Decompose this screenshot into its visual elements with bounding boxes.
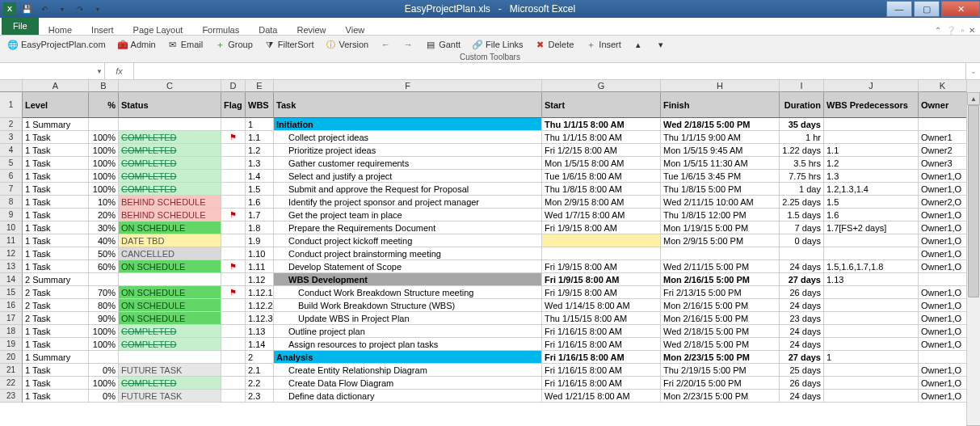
insert-down-button[interactable]: ▾: [653, 37, 669, 52]
cell-start[interactable]: Tue 1/6/15 8:00 AM: [542, 170, 661, 183]
header-duration[interactable]: Duration: [780, 92, 824, 118]
ribbon-minimize-icon[interactable]: ⌃: [935, 26, 941, 35]
cell-wbs[interactable]: 1.2: [246, 144, 274, 157]
cell-wbs[interactable]: 2: [246, 351, 274, 364]
col-header[interactable]: J: [824, 80, 919, 92]
row-number[interactable]: 18: [0, 325, 23, 338]
cell-duration[interactable]: 1 hr: [780, 131, 824, 144]
qat-customize-dropdown[interactable]: ▼: [90, 2, 105, 16]
cell-task[interactable]: Build Work Breakdown Structure (WBS): [274, 299, 542, 312]
cell-finish[interactable]: Wed 2/18/15 5:00 PM: [661, 338, 780, 351]
cell-finish[interactable]: Wed 2/11/15 10:00 AM: [661, 196, 780, 209]
cell-level[interactable]: 1 Task: [23, 170, 89, 183]
cell-level[interactable]: 1 Task: [23, 338, 89, 351]
header-owner[interactable]: Owner: [919, 92, 966, 118]
cell-finish[interactable]: Wed 2/18/15 5:00 PM: [661, 325, 780, 338]
cell-pred[interactable]: 1.13: [824, 273, 919, 286]
cell-level[interactable]: 1 Task: [23, 209, 89, 221]
row-number[interactable]: 16: [0, 299, 23, 312]
cell-wbs[interactable]: 1.9: [246, 234, 274, 247]
nav-right-button[interactable]: →: [400, 37, 416, 52]
row-number[interactable]: 12: [0, 247, 23, 260]
cell-wbs[interactable]: 1.13: [246, 325, 274, 338]
file-tab[interactable]: File: [2, 17, 39, 35]
cell-status[interactable]: [119, 351, 221, 364]
cell-status[interactable]: COMPLETED: [119, 157, 221, 170]
cell-owner[interactable]: [919, 118, 966, 131]
cell-finish[interactable]: Mon 1/5/15 9:45 AM: [661, 144, 780, 157]
cell-finish[interactable]: Fri 2/13/15 5:00 PM: [661, 286, 780, 299]
cell-flag[interactable]: [221, 234, 246, 247]
cell-start[interactable]: Fri 1/16/15 8:00 AM: [542, 351, 661, 364]
cell-owner[interactable]: Owner1,O: [919, 312, 966, 325]
cell-start[interactable]: Fri 1/9/15 8:00 AM: [542, 221, 661, 234]
row-number[interactable]: 11: [0, 234, 23, 247]
cell-level[interactable]: 1 Task: [23, 325, 89, 338]
cell-pred[interactable]: [824, 325, 919, 338]
cell-owner[interactable]: Owner1,O: [919, 221, 966, 234]
cell-level[interactable]: 2 Task: [23, 312, 89, 325]
col-header[interactable]: K: [919, 80, 967, 92]
cell-duration[interactable]: [780, 247, 824, 260]
insert-button[interactable]: ＋ Insert: [583, 37, 624, 52]
filtersort-button[interactable]: ⧩ FilterSort: [262, 37, 317, 52]
cell-start[interactable]: Fri 1/2/15 8:00 AM: [542, 144, 661, 157]
cell-flag[interactable]: [221, 338, 246, 351]
cell-status[interactable]: COMPLETED: [119, 131, 221, 144]
name-box[interactable]: ▼: [0, 63, 105, 79]
cell-finish[interactable]: Thu 1/8/15 5:00 PM: [661, 183, 780, 196]
cell-owner[interactable]: Owner1,O: [919, 260, 966, 273]
cell-wbs[interactable]: 1.12.3: [246, 312, 274, 325]
cell-wbs[interactable]: 2.1: [246, 364, 274, 377]
cell-owner[interactable]: Owner1: [919, 131, 966, 144]
cell-status[interactable]: COMPLETED: [119, 183, 221, 196]
cell-wbs[interactable]: 1.8: [246, 221, 274, 234]
cell-duration[interactable]: 3.5 hrs: [780, 157, 824, 170]
cell-pred[interactable]: 1.3: [824, 170, 919, 183]
cell-start[interactable]: Thu 1/15/15 8:00 AM: [542, 312, 661, 325]
cell-duration[interactable]: 7.75 hrs: [780, 170, 824, 183]
cell-task[interactable]: Select and justify a project: [274, 170, 542, 183]
cell-finish[interactable]: Mon 2/9/15 5:00 PM: [661, 234, 780, 247]
cell-flag[interactable]: [221, 390, 246, 403]
cell-task[interactable]: WBS Development: [274, 273, 542, 286]
cell-start[interactable]: Mon 1/5/15 8:00 AM: [542, 157, 661, 170]
qat-redo-button[interactable]: ↷: [73, 2, 87, 16]
cell-owner[interactable]: Owner1,O: [919, 183, 966, 196]
cell-flag[interactable]: ⚑: [221, 286, 246, 299]
cell-task[interactable]: Initiation: [274, 118, 542, 131]
email-button[interactable]: ✉ Email: [165, 37, 206, 52]
cell-pred[interactable]: [824, 377, 919, 390]
cell-wbs[interactable]: 1.14: [246, 338, 274, 351]
cell-owner[interactable]: Owner1,O: [919, 209, 966, 221]
col-header[interactable]: G: [542, 80, 661, 92]
cell-finish[interactable]: Mon 2/16/15 5:00 PM: [661, 312, 780, 325]
cell-level[interactable]: 1 Task: [23, 377, 89, 390]
admin-button[interactable]: 🧰 Admin: [115, 37, 158, 52]
header-finish[interactable]: Finish: [661, 92, 780, 118]
cell-start[interactable]: Fri 1/9/15 8:00 AM: [542, 273, 661, 286]
row-number[interactable]: 20: [0, 351, 23, 364]
cell-level[interactable]: 1 Summary: [23, 118, 89, 131]
cell-pct[interactable]: 100%: [89, 170, 119, 183]
cell-flag[interactable]: ⚑: [221, 131, 246, 144]
cell-wbs[interactable]: 1.10: [246, 247, 274, 260]
cell-owner[interactable]: Owner1,O: [919, 377, 966, 390]
cell-flag[interactable]: [221, 170, 246, 183]
cell-pred[interactable]: [824, 364, 919, 377]
cell-pred[interactable]: 1.1: [824, 144, 919, 157]
scroll-thumb[interactable]: [968, 105, 979, 297]
cell-status[interactable]: BEHIND SCHEDULE: [119, 196, 221, 209]
cell-status[interactable]: [119, 118, 221, 131]
cell-owner[interactable]: Owner3: [919, 157, 966, 170]
cell-task[interactable]: Conduct Work Breakdown Structure meeting: [274, 286, 542, 299]
qat-undo-dropdown[interactable]: ▼: [55, 2, 69, 16]
row-number[interactable]: 13: [0, 260, 23, 273]
cell-pred[interactable]: 1: [824, 351, 919, 364]
header-status[interactable]: Status: [119, 92, 221, 118]
col-header[interactable]: B: [89, 80, 119, 92]
cell-pct[interactable]: 70%: [89, 286, 119, 299]
cell-owner[interactable]: Owner1,O: [919, 286, 966, 299]
cell-pred[interactable]: [824, 312, 919, 325]
cell-task[interactable]: Identify the project sponsor and project…: [274, 196, 542, 209]
